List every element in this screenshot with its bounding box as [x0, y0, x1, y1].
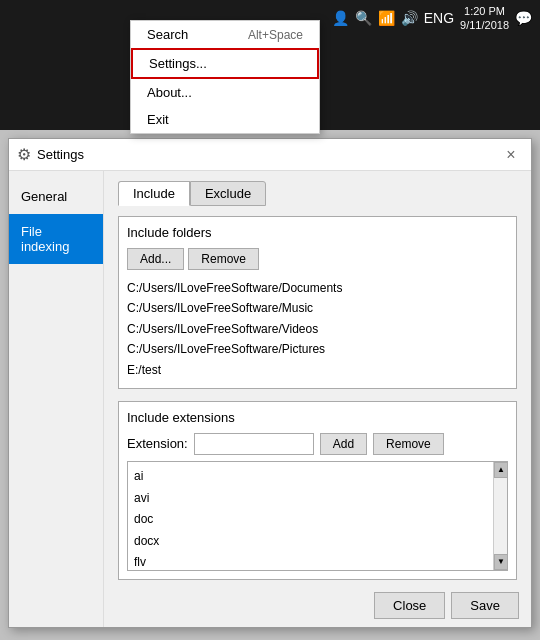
- list-item: C:/Users/ILoveFreeSoftware/Videos: [127, 319, 508, 339]
- settings-dialog: ⚙ Settings × General File indexing Inclu…: [8, 138, 532, 628]
- dialog-title-left: ⚙ Settings: [17, 145, 84, 164]
- settings-icon: ⚙: [17, 145, 31, 164]
- add-folder-btn[interactable]: Add...: [127, 248, 184, 270]
- remove-folder-btn[interactable]: Remove: [188, 248, 259, 270]
- add-extension-btn[interactable]: Add: [320, 433, 367, 455]
- include-extensions-section: Include extensions Extension: Add Remove…: [118, 401, 517, 580]
- extension-list-container: ai avi doc docx flv htm ▲ ▼: [127, 461, 508, 571]
- include-extensions-label: Include extensions: [127, 410, 508, 425]
- include-folders-label: Include folders: [127, 225, 508, 240]
- extension-list: ai avi doc docx flv htm: [128, 462, 507, 571]
- dialog-footer: Close Save: [362, 584, 531, 627]
- list-item: ai: [134, 466, 501, 488]
- people-icon: 👤: [332, 10, 349, 26]
- notification-icon: 💬: [515, 10, 532, 26]
- lang-label: ENG: [424, 10, 454, 26]
- taskbar-time: 1:20 PM 9/11/2018: [460, 4, 509, 33]
- folders-button-row: Add... Remove: [127, 248, 508, 270]
- app-icon: 🔍: [355, 10, 372, 26]
- list-item: E:/test: [127, 360, 508, 380]
- menu-item-search[interactable]: Search Alt+Space: [131, 21, 319, 48]
- taskbar-icons: 👤 🔍 📶 🔊 ENG 1:20 PM 9/11/2018 💬: [324, 0, 540, 37]
- list-item: doc: [134, 509, 501, 531]
- list-item: C:/Users/ILoveFreeSoftware/Pictures: [127, 339, 508, 359]
- list-item: avi: [134, 488, 501, 510]
- dialog-titlebar: ⚙ Settings ×: [9, 139, 531, 171]
- wifi-icon: 📶: [378, 10, 395, 26]
- list-item: docx: [134, 531, 501, 553]
- dialog-title: Settings: [37, 147, 84, 162]
- folders-list: C:/Users/ILoveFreeSoftware/Documents C:/…: [127, 278, 508, 380]
- top-bar: 👤 🔍 📶 🔊 ENG 1:20 PM 9/11/2018 💬 Search A…: [0, 0, 540, 130]
- list-item: flv: [134, 552, 501, 571]
- dialog-body: General File indexing Include Exclude In…: [9, 171, 531, 627]
- close-button[interactable]: Close: [374, 592, 445, 619]
- extension-label: Extension:: [127, 436, 188, 451]
- sidebar: General File indexing: [9, 171, 104, 627]
- tabs: Include Exclude: [118, 181, 517, 206]
- dialog-close-btn[interactable]: ×: [499, 143, 523, 167]
- sidebar-item-general[interactable]: General: [9, 179, 103, 214]
- extension-input-row: Extension: Add Remove: [127, 433, 508, 455]
- scrollbar-track[interactable]: ▲ ▼: [493, 462, 507, 570]
- save-button[interactable]: Save: [451, 592, 519, 619]
- menu-item-about[interactable]: About...: [131, 79, 319, 106]
- menu-item-exit[interactable]: Exit: [131, 106, 319, 133]
- sidebar-item-file-indexing[interactable]: File indexing: [9, 214, 103, 264]
- main-content: Include Exclude Include folders Add... R…: [104, 171, 531, 627]
- tab-include[interactable]: Include: [118, 181, 190, 206]
- scroll-down-btn[interactable]: ▼: [494, 554, 508, 570]
- extension-input[interactable]: [194, 433, 314, 455]
- include-folders-section: Include folders Add... Remove C:/Users/I…: [118, 216, 517, 389]
- scroll-up-btn[interactable]: ▲: [494, 462, 508, 478]
- sound-icon: 🔊: [401, 10, 418, 26]
- list-item: C:/Users/ILoveFreeSoftware/Music: [127, 298, 508, 318]
- menu-item-settings[interactable]: Settings...: [131, 48, 319, 79]
- context-menu: Search Alt+Space Settings... About... Ex…: [130, 20, 320, 134]
- remove-extension-btn[interactable]: Remove: [373, 433, 444, 455]
- list-item: C:/Users/ILoveFreeSoftware/Documents: [127, 278, 508, 298]
- tab-exclude[interactable]: Exclude: [190, 181, 266, 206]
